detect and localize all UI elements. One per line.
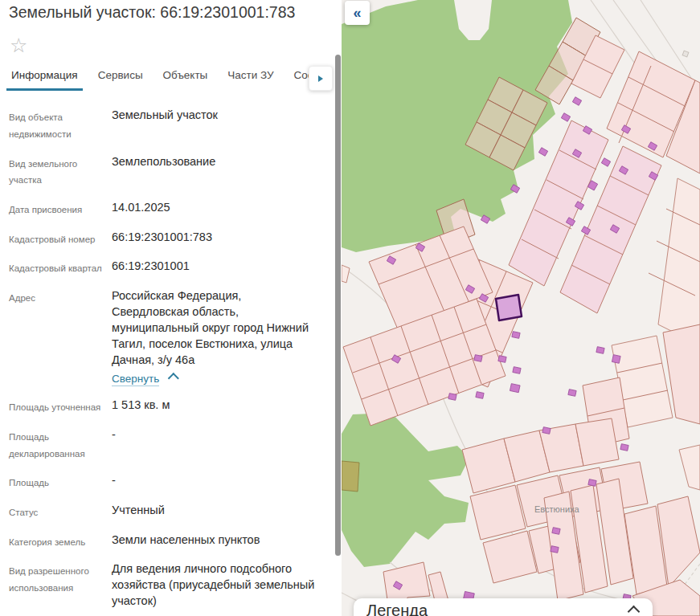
field-value: - [112, 426, 316, 462]
field-row: Площадь декларированная- [9, 426, 316, 462]
field-value: Землепользование [112, 153, 316, 189]
field-value: Земельный участок [112, 107, 316, 142]
field-value: - [112, 472, 316, 492]
collapse-panel-button[interactable]: « [345, 1, 370, 25]
field-label: Дата присвоения [9, 199, 112, 218]
field-row: Категория земельЗемли населенных пунктов [9, 532, 316, 551]
tab-bar: Информация Сервисы Объекты Части ЗУ Сост… [0, 66, 342, 94]
address-text: Российская Федерация, Свердловская облас… [112, 289, 309, 366]
tab-objects[interactable]: Объекты [158, 69, 213, 91]
chevron-up-icon [628, 606, 641, 616]
field-row: Площадь уточненная1 513 кв. м [9, 397, 316, 416]
attributes-list: Вид объекта недвижимостиЗемельный участо… [0, 94, 342, 616]
field-label: Вид земельного участка [9, 153, 112, 189]
field-value: Для ведения личного подсобного хозяйства… [112, 561, 316, 609]
panel-scrollbar-thumb[interactable] [335, 55, 341, 556]
field-row: СтатусУчтенный [9, 502, 316, 521]
tab-information[interactable]: Информация [6, 69, 83, 91]
field-label: Вид разрешенного использования [9, 561, 112, 609]
field-value: Российская Федерация, Свердловская облас… [112, 288, 316, 386]
field-label: Площадь декларированная [9, 426, 112, 462]
favorite-star-icon[interactable]: ☆ [10, 35, 34, 55]
field-row: Вид объекта недвижимостиЗемельный участо… [9, 107, 316, 142]
field-row: Вид земельного участкаЗемлепользование [9, 153, 316, 189]
cadastral-map[interactable]: Евстюниха « Легенда [342, 0, 700, 616]
tabs-scroll-right-button[interactable] [309, 66, 333, 91]
field-row: Кадастровый номер66:19:2301001:783 [9, 229, 316, 248]
field-row: Кадастровый квартал66:19:2301001 [9, 258, 316, 277]
chevron-right-icon [318, 75, 323, 82]
field-value: 66:19:2301001:783 [112, 229, 316, 248]
field-label: Вид объекта недвижимости [9, 107, 112, 142]
double-chevron-left-icon: « [353, 5, 361, 22]
field-label: Кадастровый квартал [9, 258, 112, 277]
object-info-panel: Земельный участок: 66:19:2301001:783 ☆ И… [0, 0, 342, 616]
field-value: 1 513 кв. м [112, 397, 316, 416]
field-value: Земли населенных пунктов [112, 532, 316, 551]
tab-services[interactable]: Сервисы [93, 69, 148, 91]
collapse-address-link[interactable]: Свернуть [112, 373, 159, 386]
field-row: Дата присвоения14.01.2025 [9, 199, 316, 218]
legend-bar[interactable]: Легенда [354, 598, 653, 616]
field-value: 66:19:2301001 [112, 258, 316, 277]
field-label: Площадь уточненная [9, 397, 112, 416]
field-label: Кадастровый номер [9, 229, 112, 248]
field-label: Адрес [9, 288, 112, 386]
meadow-patch [342, 461, 359, 492]
field-value: Учтенный [112, 502, 316, 521]
field-label: Статус [9, 502, 112, 521]
field-row-address: Адрес Российская Федерация, Свердловская… [9, 288, 316, 386]
field-value: 14.01.2025 [112, 199, 316, 218]
field-row: Вид разрешенного использованияДля ведени… [9, 561, 316, 609]
utility-marker [682, 51, 689, 57]
forest-area [342, 413, 469, 567]
field-label: Категория земель [9, 532, 112, 551]
field-row: Площадь- [9, 472, 316, 492]
tab-parcel-parts[interactable]: Части ЗУ [223, 69, 278, 91]
field-label: Площадь [9, 472, 112, 492]
selected-parcel[interactable] [496, 295, 522, 320]
settlement-label: Евстюниха [534, 504, 579, 514]
legend-title: Легенда [366, 602, 428, 616]
map-canvas: Евстюниха [342, 0, 700, 616]
page-title: Земельный участок: 66:19:2301001:783 [0, 0, 342, 22]
chevron-up-icon [168, 373, 179, 384]
